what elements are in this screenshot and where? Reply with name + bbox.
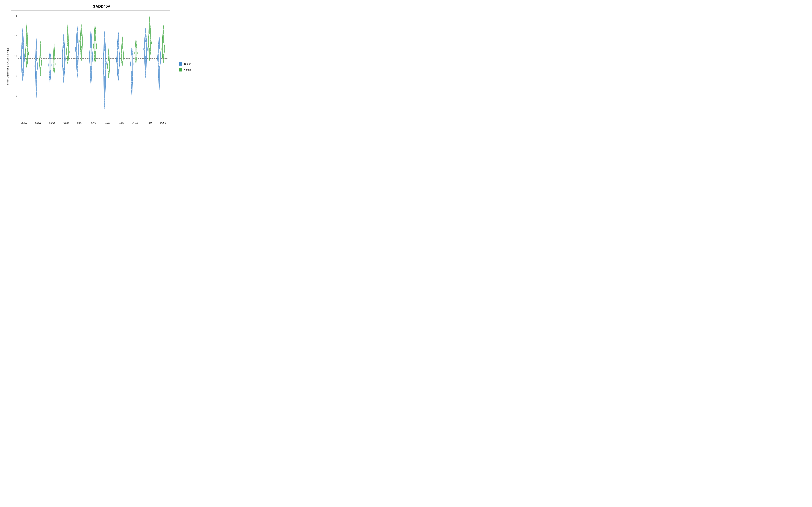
svg-point-724 xyxy=(131,97,132,98)
svg-point-607 xyxy=(117,32,118,32)
svg-point-374 xyxy=(78,32,79,33)
svg-point-884 xyxy=(159,82,159,82)
svg-point-842 xyxy=(150,41,151,41)
svg-point-177 xyxy=(40,49,41,49)
svg-text:8: 8 xyxy=(16,75,17,77)
svg-point-376 xyxy=(78,52,78,53)
svg-point-26 xyxy=(23,35,24,36)
svg-point-619 xyxy=(118,56,119,56)
legend-normal: Normal xyxy=(179,68,191,71)
svg-point-824 xyxy=(149,41,150,42)
svg-point-637 xyxy=(119,39,119,40)
svg-point-643 xyxy=(118,77,119,78)
svg-point-587 xyxy=(108,52,108,53)
plot-area: 68101214 xyxy=(11,10,170,121)
svg-point-329 xyxy=(67,59,67,60)
svg-point-107 xyxy=(36,50,37,51)
svg-point-871 xyxy=(159,88,160,89)
svg-point-514 xyxy=(95,42,96,43)
svg-point-32 xyxy=(23,59,23,59)
svg-point-473 xyxy=(91,41,91,41)
legend-normal-label: Normal xyxy=(184,68,191,71)
x-axis-labels: BLCABRCACOADHNSCKICHKIRCLUADLUSCPRADTHCA… xyxy=(11,122,170,124)
svg-point-549 xyxy=(104,75,105,75)
svg-point-805 xyxy=(145,69,145,70)
svg-point-875 xyxy=(159,66,159,67)
svg-point-761 xyxy=(136,57,136,58)
svg-point-880 xyxy=(159,65,160,65)
svg-point-479 xyxy=(95,29,96,30)
svg-point-416 xyxy=(81,29,81,29)
svg-point-657 xyxy=(122,46,122,47)
svg-point-616 xyxy=(117,38,117,39)
svg-point-439 xyxy=(90,72,91,72)
svg-point-683 xyxy=(122,36,122,37)
svg-point-222 xyxy=(49,75,50,76)
svg-point-172 xyxy=(41,44,41,45)
svg-point-714 xyxy=(132,54,133,54)
svg-point-460 xyxy=(92,37,92,37)
svg-point-293 xyxy=(64,51,64,51)
svg-point-111 xyxy=(36,80,37,81)
svg-point-819 xyxy=(149,37,149,38)
svg-point-17 xyxy=(23,33,23,33)
svg-point-406 xyxy=(81,48,82,49)
svg-point-313 xyxy=(67,30,67,31)
x-label-brca: BRCA xyxy=(31,122,45,124)
svg-point-323 xyxy=(68,51,69,51)
svg-point-409 xyxy=(81,27,82,28)
svg-point-748 xyxy=(136,58,137,58)
svg-point-779 xyxy=(145,59,146,60)
svg-point-251 xyxy=(54,49,55,49)
svg-point-909 xyxy=(162,33,163,34)
svg-point-259 xyxy=(54,57,55,58)
svg-point-826 xyxy=(149,54,149,55)
svg-point-751 xyxy=(135,39,136,39)
svg-point-597 xyxy=(109,49,109,49)
svg-point-218 xyxy=(50,80,51,81)
svg-point-582 xyxy=(109,56,109,57)
svg-point-235 xyxy=(54,60,54,60)
svg-point-24 xyxy=(22,38,22,39)
svg-point-246 xyxy=(54,72,55,72)
svg-point-899 xyxy=(163,51,164,51)
svg-point-892 xyxy=(159,47,159,48)
svg-point-552 xyxy=(105,69,106,69)
svg-point-631 xyxy=(118,46,118,46)
x-label-thca: THCA xyxy=(142,122,156,124)
svg-point-538 xyxy=(105,91,106,91)
svg-point-759 xyxy=(136,62,137,63)
svg-point-895 xyxy=(160,78,160,78)
svg-point-245 xyxy=(53,47,54,48)
svg-point-638 xyxy=(117,74,118,75)
svg-point-340 xyxy=(67,61,68,62)
svg-point-119 xyxy=(36,84,36,84)
svg-point-253 xyxy=(54,41,54,42)
svg-point-933 xyxy=(162,41,163,41)
svg-point-371 xyxy=(77,72,77,72)
svg-point-317 xyxy=(68,36,68,37)
svg-point-632 xyxy=(118,67,119,67)
svg-point-696 xyxy=(132,98,133,98)
svg-point-595 xyxy=(109,53,109,54)
svg-point-90 xyxy=(26,61,27,62)
svg-point-757 xyxy=(136,44,137,44)
svg-point-747 xyxy=(135,41,136,41)
svg-point-42 xyxy=(22,76,22,76)
svg-point-176 xyxy=(41,75,41,76)
svg-text:6: 6 xyxy=(16,95,17,97)
svg-point-59 xyxy=(27,26,27,27)
svg-point-352 xyxy=(77,57,78,58)
x-label-hnsc: HNSC xyxy=(59,122,73,124)
svg-point-412 xyxy=(81,44,82,45)
svg-point-470 xyxy=(92,66,92,67)
svg-point-236 xyxy=(54,49,54,50)
svg-point-94 xyxy=(26,32,27,33)
svg-point-539 xyxy=(104,62,105,62)
svg-point-658 xyxy=(122,60,123,60)
svg-point-672 xyxy=(121,50,122,51)
svg-point-443 xyxy=(90,55,90,56)
svg-point-354 xyxy=(78,55,78,55)
svg-point-491 xyxy=(95,56,95,56)
svg-point-209 xyxy=(49,74,50,74)
